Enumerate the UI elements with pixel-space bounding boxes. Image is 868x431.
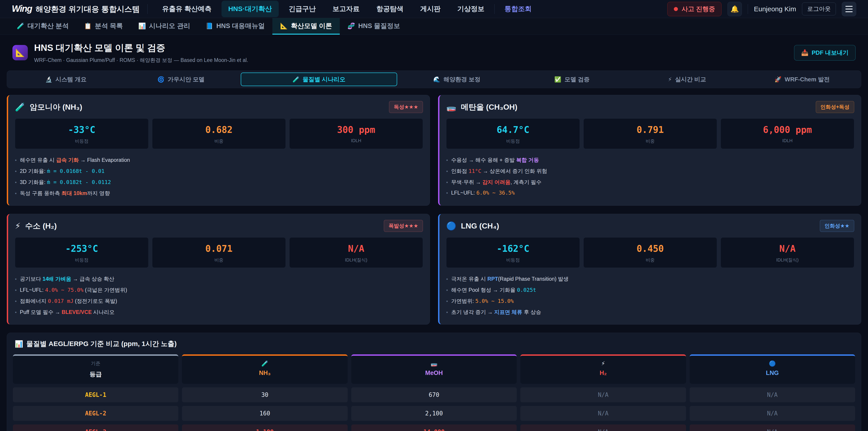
section-tab-2[interactable]: 🧪물질별 시나리오 — [241, 72, 397, 86]
substance-title: 메탄올 (CH₃OH) — [461, 102, 518, 112]
bullet-segment: 14배 가벼움 — [42, 276, 71, 282]
cell-0-2: N/A — [520, 388, 686, 402]
nav-item-0[interactable]: 유출유 확산예측 — [155, 1, 218, 17]
bullet-dot: • — [15, 168, 17, 174]
subtab-icon-3: 📘 — [206, 22, 213, 30]
bullet-dot: • — [446, 276, 448, 282]
sub-tabs: 🧪대기확산 분석📋분석 목록📊시나리오 관리📘HNS 대응매뉴얼📐확산모델 이론… — [0, 18, 868, 35]
section-tab-icon-2: 🧪 — [292, 76, 300, 83]
stat-row: 64.7°C비등점0.791비중6,000 ppmIDLH — [446, 118, 854, 149]
subtab-4[interactable]: 📐확산모델 이론 — [272, 18, 340, 35]
column-sub: 기준 — [13, 360, 178, 367]
stat-label: 비중 — [152, 138, 285, 144]
incident-dot-icon — [674, 7, 678, 11]
pdf-export-button[interactable]: 📥 PDF 내보내기 — [794, 45, 856, 61]
bullet-segment: 6.0% ~ 36.5% — [476, 190, 515, 196]
stat-value: 0.791 — [584, 125, 717, 135]
stat-0: -162°C비등점 — [446, 237, 580, 268]
nav-item-2[interactable]: 긴급구난 — [282, 1, 322, 17]
app-logo: Wing 해양환경 위기대응 통합시스템 — [12, 4, 140, 14]
stat-label: 비중 — [584, 257, 717, 263]
logout-button[interactable]: 로그아웃 — [802, 2, 836, 16]
nav-item-6[interactable]: 기상정보 — [451, 1, 491, 17]
substance-icon: 🧪 — [182, 360, 347, 367]
section-tab-icon-3: 🌊 — [433, 76, 440, 83]
section-tab-4[interactable]: ✅모델 검증 — [515, 71, 629, 88]
notifications-button[interactable]: 🔔 — [727, 2, 742, 16]
subtab-1[interactable]: 📋분석 목록 — [76, 18, 131, 35]
bullet-item: •Puff 모델 필수 → BLEVE/VCE 시나리오 — [15, 306, 423, 317]
bullet-item: •2D 기화율: ṁ = 0.0168t - 0.01 — [15, 165, 423, 177]
hamburger-menu-button[interactable] — [842, 2, 856, 16]
bullet-segment: 초기 냉각 증기 → — [451, 309, 494, 315]
subtab-5[interactable]: 🧬HNS 물질정보 — [340, 18, 408, 35]
bullet-segment: 11°C — [469, 168, 482, 174]
bullet-segment: 시나리오 — [92, 309, 115, 315]
stat-value: 0.682 — [152, 125, 285, 135]
row-label: AEGL-3 — [13, 425, 178, 431]
nav-item-5[interactable]: 게시판 — [413, 1, 447, 17]
bullet-segment: 최대 10km — [61, 190, 87, 196]
section-tab-6[interactable]: 🚀WRF-Chem 발전 — [745, 71, 860, 88]
section-tab-row: 🔬시스템 개요🌀가우시안 모델🧪물질별 시나리오🌊해양환경 보정✅모델 검증⚡실… — [7, 70, 861, 88]
table-row-1: AEGL-21602,100N/AN/A — [13, 406, 855, 421]
hazard-badge: 인화성★★ — [820, 220, 854, 232]
substance-icon: 🧫 — [351, 360, 517, 367]
section-tab-1[interactable]: 🌀가우시안 모델 — [123, 71, 239, 88]
main-nav: 유출유 확산예측HNS·대기확산긴급구난보고자료항공탐색게시판기상정보통합조회 — [155, 1, 538, 17]
bullet-text: 독성 구름 풍하측 최대 10km까지 영향 — [20, 190, 110, 197]
row-label: AEGL-2 — [13, 406, 178, 421]
section-tab-3[interactable]: 🌊해양환경 보정 — [399, 71, 515, 88]
cell-2-3: N/A — [690, 425, 855, 431]
section-tab-0[interactable]: 🔬시스템 개요 — [8, 71, 123, 88]
bullet-item: •LFL~UFL: 6.0% ~ 36.5% — [446, 188, 854, 198]
substance-cards: 🧪암모니아 (NH₃)독성★★★-33°C비등점0.682비중300 ppmID… — [7, 95, 861, 325]
section-tab-icon-1: 🌀 — [157, 76, 164, 83]
nav-item-3[interactable]: 보고자료 — [326, 1, 366, 17]
bullet-dot: • — [15, 190, 17, 196]
cell-0-3: N/A — [690, 388, 855, 402]
cell-0-1: 670 — [351, 388, 517, 402]
bullet-segment: 수용성 → 해수 용해 + 증발 — [451, 157, 516, 163]
bullet-item: •독성 구름 풍하측 최대 10km까지 영향 — [15, 188, 423, 199]
bullet-segment: 급속 기화 — [56, 157, 79, 163]
subtab-0[interactable]: 🧪대기확산 분석 — [9, 18, 76, 35]
bullet-dot: • — [446, 190, 448, 196]
stat-label: 비중 — [152, 257, 285, 263]
comparison-header-row: 기준등급🧪NH₃🧫MeOH⚡H₂🔵LNG — [13, 355, 855, 384]
bullet-segment: ṁ = 0.0168t - 0.01 — [47, 168, 105, 174]
bullet-segment: 0.017 mJ — [48, 298, 73, 304]
logo-mark: Wing — [12, 4, 32, 14]
bullet-segment: (정전기로도 폭발) — [73, 298, 117, 304]
nav-item-1[interactable]: HNS·대기확산 — [221, 1, 279, 17]
bullet-text: 극저온 유출 시 RPT(Rapid Phase Transition) 발생 — [451, 275, 569, 282]
subtab-2[interactable]: 📊시나리오 관리 — [131, 18, 198, 35]
bullet-segment: 인화점 — [451, 168, 469, 174]
column-header-LNG: 🔵LNG — [690, 355, 855, 384]
bullet-segment: Puff 모델 필수 → — [20, 309, 62, 315]
nav-item-4[interactable]: 항공탐색 — [370, 1, 410, 17]
bullet-text: 수용성 → 해수 용해 + 증발 복합 거동 — [451, 156, 539, 164]
cell-2-1: 14,000 — [351, 425, 517, 431]
stat-value: 0.071 — [152, 243, 285, 254]
bullet-dot: • — [446, 168, 448, 174]
section-tab-label: 실시간 비교 — [675, 75, 706, 83]
bullet-item: •점화에너지 0.017 mJ (정전기로도 폭발) — [15, 296, 423, 306]
subtab-3[interactable]: 📘HNS 대응매뉴얼 — [198, 18, 272, 35]
cell-1-3: N/A — [690, 406, 855, 421]
bullet-segment: , 계측기 필수 — [510, 179, 541, 185]
bullet-dot: • — [15, 298, 17, 304]
stat-label: IDLH(질식) — [289, 257, 423, 263]
card-header: 🔵LNG (CH₄)인화성★★ — [446, 220, 854, 232]
topbar: Wing 해양환경 위기대응 통합시스템 유출유 확산예측HNS·대기확산긴급구… — [0, 0, 868, 18]
bullet-item: •공기보다 14배 가벼움 → 급속 상승 확산 — [15, 273, 423, 284]
stat-1: 0.071비중 — [152, 237, 286, 268]
bullet-segment: 3D 기화율: — [20, 179, 47, 185]
section-tab-5[interactable]: ⚡실시간 비교 — [629, 71, 745, 88]
bullet-segment: LFL~UFL: — [20, 287, 45, 293]
nav-item-7[interactable]: 통합조회 — [498, 1, 538, 17]
hazard-badge: 인화성+독성 — [816, 101, 854, 113]
substance-title: LNG (CH₄) — [461, 221, 499, 230]
column-label: H₂ — [520, 370, 686, 376]
table-row-2: AEGL-31,10014,000N/AN/A — [13, 425, 855, 431]
